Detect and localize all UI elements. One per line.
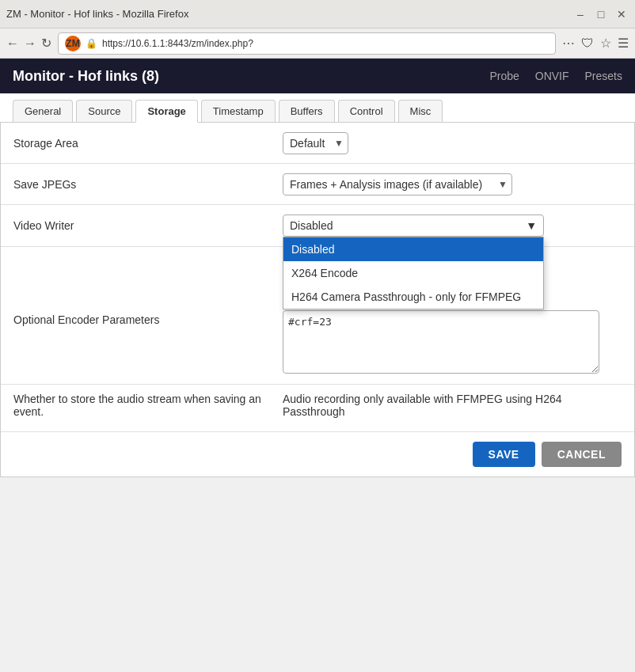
storage-area-select-wrapper: Default ▼ — [283, 132, 348, 154]
video-writer-select-wrapper: Disabled ▼ Disabled X264 Encode H264 Cam… — [283, 215, 544, 237]
audio-value: Audio recording only available with FFMP… — [283, 393, 622, 418]
browser-title: ZM - Monitor - Hof links - Mozilla Firef… — [6, 8, 188, 20]
tab-general[interactable]: General — [13, 100, 73, 122]
storage-area-control: Default ▼ — [283, 132, 622, 154]
buttons-row: SAVE CANCEL — [1, 432, 634, 476]
video-writer-value: Disabled — [290, 219, 333, 232]
app-title: Monitor - Hof links (8) — [13, 68, 159, 85]
browser-toolbar: ← → ↻ ZM 🔒 https://10.6.1.1:8443/zm/inde… — [0, 28, 635, 59]
tabs-bar: General Source Storage Timestamp Buffers… — [0, 93, 635, 123]
save-jpegs-label: Save JPEGs — [13, 178, 283, 191]
menu-dots-icon[interactable]: ⋯ — [562, 36, 575, 51]
form-content: Storage Area Default ▼ Save JPEGs Frames… — [0, 123, 635, 477]
audio-row: Whether to store the audio stream when s… — [1, 385, 634, 432]
tab-storage[interactable]: Storage — [135, 100, 197, 123]
storage-area-row: Storage Area Default ▼ — [1, 123, 634, 164]
probe-link[interactable]: Probe — [489, 70, 519, 82]
secure-icon: 🔒 — [86, 38, 97, 49]
back-icon[interactable]: ← — [6, 36, 19, 51]
onvif-link[interactable]: ONVIF — [535, 70, 569, 82]
browser-titlebar: ZM - Monitor - Hof links - Mozilla Firef… — [0, 0, 635, 28]
dropdown-item-x264[interactable]: X264 Encode — [283, 261, 543, 285]
tab-source[interactable]: Source — [76, 100, 132, 122]
app-header: Monitor - Hof links (8) Probe ONVIF Pres… — [0, 59, 635, 93]
dropdown-item-h264passthrough[interactable]: H264 Camera Passthrough - only for FFMPE… — [283, 285, 543, 309]
storage-area-label: Storage Area — [13, 137, 283, 150]
minimize-button[interactable]: – — [573, 7, 587, 21]
address-url: https://10.6.1.1:8443/zm/index.php? — [102, 38, 253, 49]
header-nav: Probe ONVIF Presets — [489, 70, 622, 82]
shield-icon[interactable]: 🛡 — [581, 36, 594, 51]
nav-buttons: ← → ↻ — [6, 36, 51, 51]
save-jpegs-select-wrapper: Frames + Analysis images (if available) … — [283, 173, 512, 196]
tab-timestamp[interactable]: Timestamp — [201, 100, 276, 122]
close-button[interactable]: ✕ — [614, 7, 629, 21]
address-bar[interactable]: ZM 🔒 https://10.6.1.1:8443/zm/index.php? — [58, 32, 556, 55]
encoder-params-label: Optional Encoder Parameters — [13, 310, 283, 326]
video-writer-select[interactable]: Disabled ▼ — [283, 215, 544, 237]
tab-misc[interactable]: Misc — [398, 100, 443, 122]
tab-control[interactable]: Control — [338, 100, 395, 122]
reload-icon[interactable]: ↻ — [41, 36, 51, 51]
save-button[interactable]: SAVE — [473, 442, 535, 467]
bookmark-icon[interactable]: ☆ — [600, 36, 611, 51]
presets-link[interactable]: Presets — [585, 70, 622, 82]
save-jpegs-control: Frames + Analysis images (if available) … — [283, 173, 622, 196]
save-jpegs-select[interactable]: Frames + Analysis images (if available) … — [283, 173, 512, 196]
tab-buffers[interactable]: Buffers — [279, 100, 335, 122]
encoder-params-textarea[interactable]: #crf=23 — [283, 310, 599, 374]
encoder-params-control: #crf=23 — [283, 310, 599, 376]
maximize-button[interactable]: □ — [594, 7, 608, 21]
video-writer-label: Video Writer — [13, 219, 283, 232]
video-writer-arrow-icon: ▼ — [526, 219, 537, 232]
video-writer-row: Video Writer Disabled ▼ Disabled X264 En… — [1, 205, 634, 246]
site-icon: ZM — [65, 36, 81, 51]
storage-area-select[interactable]: Default — [283, 132, 348, 154]
forward-icon[interactable]: → — [24, 36, 36, 51]
audio-label: Whether to store the audio stream when s… — [13, 393, 283, 418]
cancel-button[interactable]: CANCEL — [542, 442, 622, 467]
video-writer-dropdown: Disabled X264 Encode H264 Camera Passthr… — [283, 237, 544, 309]
video-writer-section: Video Writer Disabled ▼ Disabled X264 En… — [1, 205, 634, 247]
toolbar-right: ⋯ 🛡 ☆ ☰ — [562, 36, 629, 51]
dropdown-item-disabled[interactable]: Disabled — [283, 237, 543, 261]
save-jpegs-row: Save JPEGs Frames + Analysis images (if … — [1, 164, 634, 205]
browser-controls: – □ ✕ — [573, 7, 629, 21]
hamburger-icon[interactable]: ☰ — [618, 36, 629, 51]
